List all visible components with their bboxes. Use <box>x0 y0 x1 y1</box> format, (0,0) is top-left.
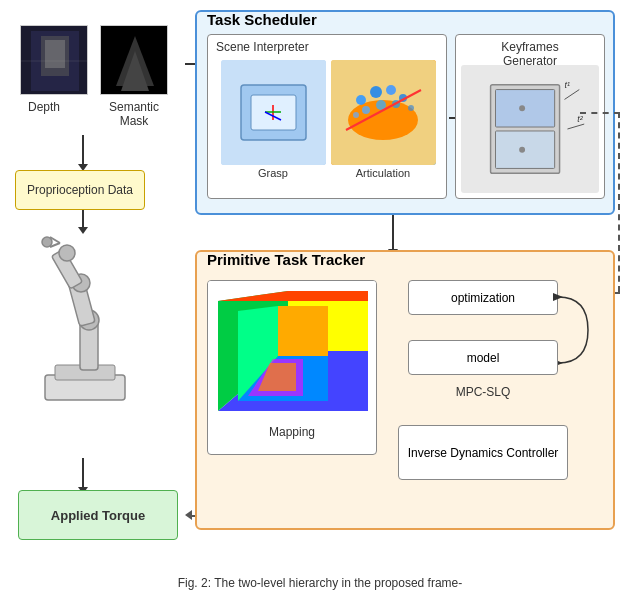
depth-svg <box>21 26 88 95</box>
mpc-slq-label: MPC-SLQ <box>408 385 558 399</box>
semantic-label: SemanticMask <box>96 100 172 128</box>
keyframes-image-svg: t¹ t² <box>461 65 599 193</box>
svg-point-41 <box>519 105 525 111</box>
scene-images-row: Grasp <box>213 60 443 175</box>
svg-marker-57 <box>553 293 563 301</box>
mapping-label: Mapping <box>208 421 376 443</box>
robot-arm-area <box>25 225 165 425</box>
model-box: model <box>408 340 558 375</box>
keyframes-sketch: t¹ t² <box>461 65 599 193</box>
articulation-label: Articulation <box>331 167 436 179</box>
task-scheduler-box: Task Scheduler Scene Interpreter <box>195 10 615 215</box>
task-scheduler-title: Task Scheduler <box>207 11 317 28</box>
depth-label: Depth <box>28 100 60 114</box>
svg-point-28 <box>370 86 382 98</box>
semantic-svg <box>101 26 168 95</box>
mpc-slq-area: optimization model MPC-SLQ Inverse Dynam… <box>388 280 603 515</box>
articulation-image <box>331 60 436 165</box>
primitive-tracker-title: Primitive Task Tracker <box>207 251 365 268</box>
svg-point-31 <box>362 106 370 114</box>
scene-interpreter-title: Scene Interpreter <box>216 40 309 54</box>
dashed-kf-right <box>618 112 620 292</box>
arrow-robot-torque <box>82 458 84 488</box>
svg-marker-53 <box>278 306 328 356</box>
dashed-inv-torque-tip <box>185 510 192 520</box>
depth-image <box>20 25 88 95</box>
svg-point-27 <box>356 95 366 105</box>
articulation-svg <box>331 60 436 165</box>
semantic-image <box>100 25 168 95</box>
svg-rect-3 <box>45 40 65 68</box>
inverse-dynamics-label: Inverse Dynamics Controller <box>408 446 559 460</box>
grasp-svg <box>221 60 326 165</box>
optimization-box: optimization <box>408 280 558 315</box>
arrow-depth-down <box>82 135 84 165</box>
svg-point-42 <box>519 147 525 153</box>
applied-torque-box: Applied Torque <box>18 490 178 540</box>
proprioception-label: Proprioception Data <box>27 183 133 197</box>
svg-text:t¹: t¹ <box>565 80 570 90</box>
mapping-svg <box>208 281 377 421</box>
grasp-label: Grasp <box>221 167 326 179</box>
svg-point-29 <box>386 85 396 95</box>
svg-point-18 <box>42 237 52 247</box>
main-container: Depth SemanticMask Proprioception Data <box>0 0 640 597</box>
loop-arrows-svg <box>553 280 593 380</box>
mapping-visualization <box>208 281 376 421</box>
keyframes-box: KeyframesGenerator t¹ t² <box>455 34 605 199</box>
svg-point-35 <box>408 105 414 111</box>
inverse-dynamics-box: Inverse Dynamics Controller <box>398 425 568 480</box>
dashed-kf-top <box>580 112 620 114</box>
svg-point-34 <box>353 112 359 118</box>
applied-torque-label: Applied Torque <box>51 508 145 523</box>
articulation-container: Articulation <box>331 60 436 175</box>
grasp-container: Grasp <box>221 60 326 175</box>
grasp-image <box>221 60 326 165</box>
keyframes-title: KeyframesGenerator <box>501 40 558 68</box>
proprioception-box: Proprioception Data <box>15 170 145 210</box>
arrow-ts-to-primitive <box>392 215 394 250</box>
optimization-label: optimization <box>451 291 515 305</box>
primitive-tracker-box: Primitive Task Tracker <box>195 250 615 530</box>
scene-interpreter-box: Scene Interpreter Grasp <box>207 34 447 199</box>
svg-point-15 <box>59 245 75 261</box>
model-label: model <box>467 351 500 365</box>
mapping-box: Mapping <box>207 280 377 455</box>
caption: Fig. 2: The two-level hierarchy in the p… <box>10 575 630 592</box>
robot-arm-svg <box>25 225 155 410</box>
